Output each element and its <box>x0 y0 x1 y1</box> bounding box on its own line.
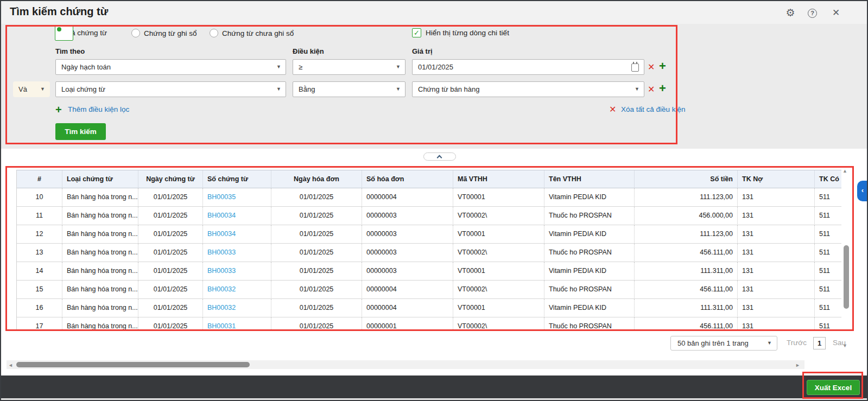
chevron-left-icon: ‹ <box>861 186 864 194</box>
table-row[interactable]: 14Bán hàng hóa trong n...01/01/2025BH000… <box>17 262 841 281</box>
document-number-link[interactable]: BH00034 <box>203 207 271 225</box>
table-cell: Bán hàng hóa trong n... <box>62 281 138 299</box>
table-cell: 456.111,00 <box>635 317 738 331</box>
table-cell: VT00002\ <box>453 317 544 331</box>
table-cell: Thuốc ho PROSPAN <box>544 207 635 225</box>
add-condition-row2-icon[interactable]: + <box>659 83 666 94</box>
radio-unposted-documents[interactable]: Chứng từ chưa ghi sổ <box>210 29 294 37</box>
document-number-link[interactable]: BH00033 <box>203 262 271 281</box>
remove-condition-row1-icon[interactable]: ✕ <box>648 62 655 72</box>
column-header[interactable]: # <box>17 170 62 188</box>
table-row[interactable]: 13Bán hàng hóa trong n...01/01/2025BH000… <box>17 244 841 262</box>
radio-icon <box>131 29 140 37</box>
chevron-down-icon: ▼ <box>635 82 639 97</box>
column-header[interactable]: TK Nợ <box>738 170 815 188</box>
column-header[interactable]: Số tiền <box>635 170 738 188</box>
value-date-input-row1[interactable]: 01/01/2025 <box>412 59 644 75</box>
search-button[interactable]: Tìm kiếm <box>55 123 106 140</box>
document-number-link[interactable]: BH00034 <box>203 225 271 244</box>
table-cell: 511 <box>815 317 841 331</box>
column-header[interactable]: Số hóa đơn <box>362 170 453 188</box>
add-condition-row1-icon[interactable]: + <box>659 61 666 72</box>
vertical-scrollbar-thumb[interactable] <box>844 245 849 309</box>
table-cell: 131 <box>738 317 815 331</box>
table-cell: VT00002\ <box>453 281 544 299</box>
column-header[interactable]: Số chứng từ <box>203 170 271 188</box>
table-row[interactable]: 15Bán hàng hóa trong n...01/01/2025BH000… <box>17 281 841 299</box>
page-number-box[interactable]: 1 <box>813 337 826 349</box>
condition-select-row1[interactable]: ≥ ▼ <box>293 59 406 75</box>
table-cell: VT00001 <box>453 299 544 317</box>
radio-all-documents[interactable]: Tất cả chứng từ <box>55 29 107 37</box>
table-cell: 111.311,00 <box>635 299 738 317</box>
close-icon[interactable]: ✕ <box>830 7 842 19</box>
radio-label: Chứng từ chưa ghi sổ <box>222 29 294 37</box>
field-select-row1[interactable]: Ngày hạch toán ▼ <box>55 59 286 75</box>
chevron-down-icon: ▼ <box>396 82 401 97</box>
footer-strip <box>1 398 867 400</box>
chevron-down-icon: ▼ <box>767 336 772 350</box>
show-detail-checkbox[interactable]: ✓ Hiển thị từng dòng chi tiết <box>412 28 509 37</box>
column-header[interactable]: Ngày hóa đơn <box>271 170 362 188</box>
table-cell: 01/01/2025 <box>138 262 203 281</box>
horizontal-scrollbar-thumb[interactable] <box>16 362 250 367</box>
column-header[interactable]: Loại chứng từ <box>62 170 138 188</box>
table-cell: Bán hàng hóa trong n... <box>62 188 138 207</box>
table-cell: 131 <box>738 299 815 317</box>
column-header[interactable]: Mã VTHH <box>453 170 544 188</box>
remove-condition-row2-icon[interactable]: ✕ <box>648 85 655 94</box>
table-row[interactable]: 12Bán hàng hóa trong n...01/01/2025BH000… <box>17 225 841 244</box>
document-number-link[interactable]: BH00035 <box>203 188 271 207</box>
table-row[interactable]: 17Bán hàng hóa trong n...01/01/2025BH000… <box>17 317 841 331</box>
scroll-right-icon[interactable]: ► <box>795 362 800 368</box>
add-filter-link[interactable]: Thêm điều kiện lọc <box>68 105 129 113</box>
add-filter-plus-icon[interactable]: + <box>55 104 62 115</box>
calendar-icon[interactable] <box>631 63 639 72</box>
side-panel-tab[interactable]: ‹ <box>857 181 868 201</box>
table-cell: 111.123,00 <box>635 188 738 207</box>
table-row[interactable]: 10Bán hàng hóa trong n...01/01/2025BH000… <box>17 188 841 207</box>
table-cell: 511 <box>815 188 841 207</box>
table-cell: 01/01/2025 <box>138 317 203 331</box>
document-number-link[interactable]: BH00031 <box>203 317 271 331</box>
table-cell: 131 <box>738 225 815 244</box>
document-number-link[interactable]: BH00032 <box>203 281 271 299</box>
collapse-filter-button[interactable] <box>423 152 456 161</box>
table-cell: Bán hàng hóa trong n... <box>62 262 138 281</box>
column-header[interactable]: TK Có <box>815 170 841 188</box>
column-header[interactable]: Tên VTHH <box>544 170 635 188</box>
table-row[interactable]: 16Bán hàng hóa trong n...01/01/2025BH000… <box>17 299 841 317</box>
table-cell: Thuốc ho PROSPAN <box>544 244 635 262</box>
scroll-up-icon[interactable]: ▲ <box>842 168 847 174</box>
table-row[interactable]: 11Bán hàng hóa trong n...01/01/2025BH000… <box>17 207 841 225</box>
table-cell: 456.111,00 <box>635 244 738 262</box>
value-select-row2[interactable]: Chứng từ bán hàng ▼ <box>412 81 644 97</box>
scroll-left-icon[interactable]: ◄ <box>8 362 13 368</box>
help-icon[interactable]: ? <box>808 9 817 18</box>
export-excel-button[interactable]: Xuất Excel <box>807 380 860 395</box>
table-cell: 111.123,00 <box>635 225 738 244</box>
table-cell: 01/01/2025 <box>271 225 362 244</box>
prev-page-button[interactable]: Trước <box>787 339 807 347</box>
gear-icon[interactable]: ⚙ <box>784 7 796 19</box>
clear-all-link[interactable]: Xóa tất cả điều kiện <box>621 105 686 113</box>
table-cell: Vitamin PEDIA KID <box>544 262 635 281</box>
radio-posted-documents[interactable]: Chứng từ ghi sổ <box>131 29 197 37</box>
clear-all-x-icon[interactable]: ✕ <box>609 105 616 114</box>
page-size-select[interactable]: 50 bản ghi trên 1 trang ▼ <box>670 336 777 351</box>
document-number-link[interactable]: BH00033 <box>203 244 271 262</box>
table-cell: Vitamin PEDIA KID <box>544 188 635 207</box>
chevron-up-icon <box>437 155 442 161</box>
condition-select-row2[interactable]: Bằng ▼ <box>293 81 406 97</box>
table-cell: 00000001 <box>362 317 453 331</box>
document-number-link[interactable]: BH00032 <box>203 299 271 317</box>
table-cell: 16 <box>17 299 62 317</box>
field-select-row2[interactable]: Loại chứng từ ▼ <box>55 81 286 97</box>
column-header[interactable]: Ngày chứng từ <box>138 170 203 188</box>
operator-select[interactable]: Và ▼ <box>13 81 50 97</box>
next-page-button[interactable]: Sau <box>833 339 846 347</box>
table-cell: 00000004 <box>362 281 453 299</box>
table-cell: VT00002\ <box>453 207 544 225</box>
radio-selected-icon <box>55 25 73 41</box>
table-cell: 14 <box>17 262 62 281</box>
